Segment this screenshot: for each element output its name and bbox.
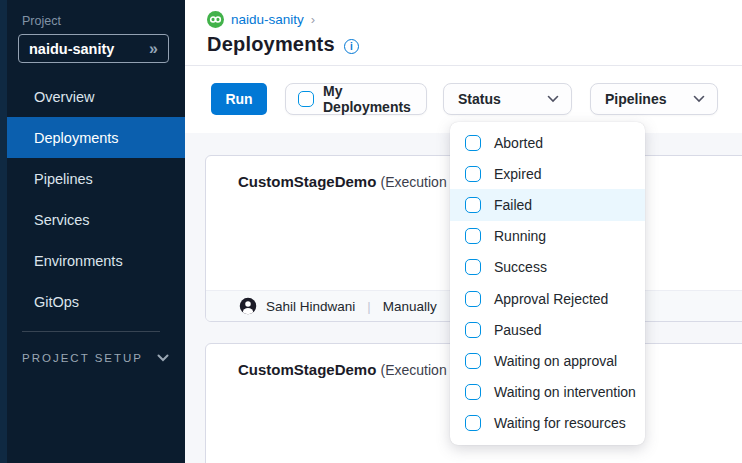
checkbox[interactable] xyxy=(465,384,481,400)
run-button[interactable]: Run xyxy=(211,83,267,115)
status-option-waiting-on-approval[interactable]: Waiting on approval xyxy=(450,345,645,376)
sidebar-item-deployments[interactable]: Deployments xyxy=(7,117,185,158)
project-name: naidu-sanity xyxy=(29,41,114,57)
page-title: Deployments xyxy=(207,33,335,56)
project-setup-label: PROJECT SETUP xyxy=(22,352,143,364)
project-selector[interactable]: naidu-sanity » xyxy=(18,34,169,63)
pipeline-name: CustomStageDemo xyxy=(238,173,376,190)
status-option-expired[interactable]: Expired xyxy=(450,158,645,189)
pipeline-name: CustomStageDemo xyxy=(238,361,376,378)
sidebar: Project naidu-sanity » Overview Deployme… xyxy=(0,0,185,463)
status-option-label: Success xyxy=(494,259,547,275)
sidebar-nav: Overview Deployments Pipelines Services … xyxy=(0,76,185,322)
checkbox[interactable] xyxy=(465,166,481,182)
project-setup-toggle[interactable]: PROJECT SETUP xyxy=(22,352,185,364)
my-deployments-checkbox[interactable] xyxy=(298,91,314,107)
status-option-label: Waiting on approval xyxy=(494,353,617,369)
status-option-label: Waiting for resources xyxy=(494,415,626,431)
author-name: Sahil Hindwani xyxy=(266,299,355,314)
status-option-label: Failed xyxy=(494,197,532,213)
sidebar-item-services[interactable]: Services xyxy=(0,199,185,240)
module-strip xyxy=(0,0,7,463)
breadcrumb: naidu-sanity › xyxy=(185,0,742,28)
status-option-label: Expired xyxy=(494,166,541,182)
chevron-down-icon xyxy=(157,354,169,362)
project-link-icon xyxy=(207,11,224,28)
sidebar-divider xyxy=(22,331,160,332)
checkbox[interactable] xyxy=(465,415,481,431)
page-title-row: Deployments i xyxy=(185,28,742,56)
trigger-type: Manually xyxy=(383,299,437,314)
checkbox[interactable] xyxy=(465,322,481,338)
my-deployments-filter[interactable]: My Deployments xyxy=(285,83,427,115)
status-option-label: Approval Rejected xyxy=(494,291,608,307)
checkbox[interactable] xyxy=(465,135,481,151)
double-chevron-right-icon[interactable]: » xyxy=(149,41,158,57)
my-deployments-label: My Deployments xyxy=(323,83,414,115)
pipelines-filter-label: Pipelines xyxy=(605,91,666,107)
status-option-label: Running xyxy=(494,228,546,244)
sidebar-item-pipelines[interactable]: Pipelines xyxy=(0,158,185,199)
info-icon[interactable]: i xyxy=(344,39,359,54)
status-option-running[interactable]: Running xyxy=(450,221,645,252)
status-option-failed[interactable]: Failed xyxy=(450,189,645,220)
status-option-waiting-for-resources[interactable]: Waiting for resources xyxy=(450,408,645,439)
checkbox[interactable] xyxy=(465,197,481,213)
checkbox[interactable] xyxy=(465,228,481,244)
status-option-approval-rejected[interactable]: Approval Rejected xyxy=(450,283,645,314)
status-option-waiting-on-intervention[interactable]: Waiting on intervention xyxy=(450,377,645,408)
status-filter-dropdown[interactable]: Status xyxy=(443,83,572,115)
status-option-label: Aborted xyxy=(494,135,543,151)
person-avatar-icon xyxy=(239,297,257,315)
status-option-label: Waiting on intervention xyxy=(494,384,636,400)
app-window: Project naidu-sanity » Overview Deployme… xyxy=(0,0,742,463)
sidebar-item-overview[interactable]: Overview xyxy=(0,76,185,117)
status-filter-label: Status xyxy=(458,91,501,107)
status-option-success[interactable]: Success xyxy=(450,252,645,283)
chevron-down-icon xyxy=(547,95,559,103)
sidebar-item-environments[interactable]: Environments xyxy=(0,240,185,281)
checkbox[interactable] xyxy=(465,291,481,307)
status-dropdown-menu: Aborted Expired Failed Running Success A… xyxy=(450,122,645,445)
sidebar-item-gitops[interactable]: GitOps xyxy=(0,281,185,322)
chevron-right-icon: › xyxy=(311,12,315,27)
breadcrumb-project-link[interactable]: naidu-sanity xyxy=(231,12,304,27)
project-label: Project xyxy=(22,14,185,28)
status-option-label: Paused xyxy=(494,322,541,338)
status-option-paused[interactable]: Paused xyxy=(450,314,645,345)
checkbox[interactable] xyxy=(465,259,481,275)
footer-separator: | xyxy=(367,299,370,314)
checkbox[interactable] xyxy=(465,353,481,369)
pipelines-filter-dropdown[interactable]: Pipelines xyxy=(590,83,718,115)
status-option-aborted[interactable]: Aborted xyxy=(450,127,645,158)
chevron-down-icon xyxy=(693,95,705,103)
